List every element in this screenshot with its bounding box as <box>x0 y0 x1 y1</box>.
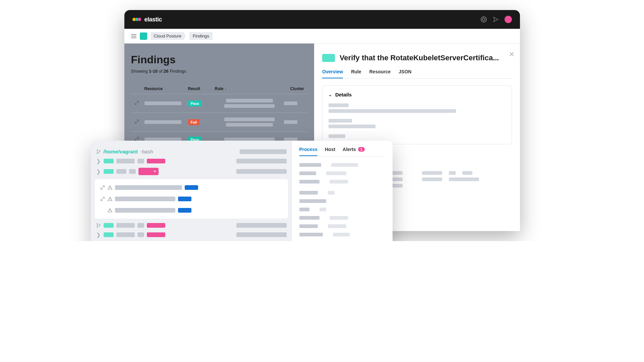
detail-status-badge <box>322 54 335 62</box>
terminal-shell: -bash <box>140 149 153 154</box>
svg-point-4 <box>99 150 100 152</box>
breadcrumb-cloud-posture[interactable]: Cloud Posture <box>151 32 186 40</box>
svg-point-3 <box>97 152 98 154</box>
detail-title: Verify that the RotateKubeletServerCerti… <box>340 54 512 62</box>
tab-host[interactable]: Host <box>325 147 335 156</box>
table-row[interactable]: Fail <box>131 113 307 131</box>
col-rule[interactable]: Rule ↓ <box>215 86 284 91</box>
tab-alerts[interactable]: Alerts 1 <box>343 147 365 156</box>
findings-table: Resource Result Rule ↓ Cluster Pass <box>131 84 307 147</box>
branch-icon <box>96 223 101 228</box>
alert-count-badge: 1 <box>358 147 365 152</box>
help-icon[interactable] <box>480 16 487 23</box>
breadcrumb-bar: Cloud Posture Findings <box>124 29 520 44</box>
main-window: elastic Cloud Posture Findings Findings … <box>124 10 520 231</box>
terminal-line <box>95 221 288 230</box>
terminal-line: ❯ <box>95 239 288 241</box>
details-card: ⌄ Details <box>322 85 512 144</box>
terminal-line: ❯ <box>95 230 288 239</box>
prompt-icon: ❯ <box>96 159 101 163</box>
status-badge: Fail <box>188 119 200 125</box>
tab-rule[interactable]: Rule <box>351 69 361 78</box>
branch-icon <box>96 149 101 154</box>
table-row[interactable]: Pass <box>131 94 307 113</box>
sort-down-icon: ↓ <box>225 87 227 91</box>
terminal-line: ❯ <box>95 166 288 177</box>
expand-icon[interactable] <box>100 197 105 201</box>
expand-icon[interactable] <box>134 119 139 124</box>
close-icon[interactable]: ✕ <box>509 50 515 58</box>
prompt-icon: ❯ <box>96 232 101 237</box>
detail-header: Verify that the RotateKubeletServerCerti… <box>322 54 512 62</box>
svg-point-6 <box>97 226 98 228</box>
chevron-down-icon <box>153 170 157 173</box>
alert-row[interactable] <box>95 205 288 216</box>
col-resource[interactable]: Resource <box>144 86 188 91</box>
user-avatar[interactable] <box>505 16 512 23</box>
terminal-overlay: /home/vagrant -bash ❯ ❯ <box>91 141 393 241</box>
terminal-path: /home/vagrant <box>104 149 138 154</box>
page-title: Findings <box>131 54 307 66</box>
terminal-line: /home/vagrant -bash <box>95 147 288 156</box>
home-button[interactable] <box>140 32 147 40</box>
col-result[interactable]: Result <box>188 86 215 91</box>
notification-icon[interactable] <box>492 16 499 23</box>
overlay-tabs: Process Host Alerts 1 <box>299 147 385 156</box>
overlay-sidebar: Process Host Alerts 1 <box>292 141 393 241</box>
findings-count: Showing 1-10 of 26 Findings <box>131 69 307 74</box>
menu-toggle-icon[interactable] <box>131 34 136 38</box>
topbar: elastic <box>124 10 520 29</box>
expand-icon[interactable] <box>100 185 105 190</box>
terminal-panel: /home/vagrant -bash ❯ ❯ <box>91 141 292 241</box>
col-cluster[interactable]: Cluster <box>284 86 304 91</box>
tab-overview[interactable]: Overview <box>322 69 343 78</box>
tab-resource[interactable]: Resource <box>369 69 391 78</box>
alert-row[interactable] <box>95 193 288 205</box>
table-header: Resource Result Rule ↓ Cluster <box>131 84 307 94</box>
status-badge: Pass <box>188 100 202 106</box>
chevron-down-icon: ⌄ <box>329 92 332 97</box>
details-section-toggle[interactable]: ⌄ Details <box>329 92 506 97</box>
brand-name: elastic <box>144 16 162 23</box>
prompt-icon: ❯ <box>96 169 101 174</box>
svg-point-2 <box>97 149 98 151</box>
details-body <box>329 103 506 138</box>
tab-json[interactable]: JSON <box>399 69 411 78</box>
warning-icon <box>108 185 112 190</box>
dropdown-button[interactable] <box>138 168 159 175</box>
tab-process[interactable]: Process <box>299 147 317 156</box>
breadcrumb-findings[interactable]: Findings <box>189 32 213 40</box>
logo-icon <box>132 18 141 21</box>
svg-point-1 <box>482 18 485 21</box>
terminal-line: ❯ <box>95 156 288 166</box>
svg-point-7 <box>99 224 100 226</box>
alert-row[interactable] <box>95 182 288 193</box>
alert-block <box>95 179 288 219</box>
expand-icon[interactable] <box>134 100 139 105</box>
topbar-actions <box>480 16 512 23</box>
process-details <box>299 163 385 241</box>
brand-area: elastic <box>132 16 162 23</box>
warning-icon <box>108 197 112 201</box>
svg-point-5 <box>97 223 98 225</box>
detail-tabs: Overview Rule Resource JSON <box>322 69 512 79</box>
warning-icon <box>108 208 112 213</box>
